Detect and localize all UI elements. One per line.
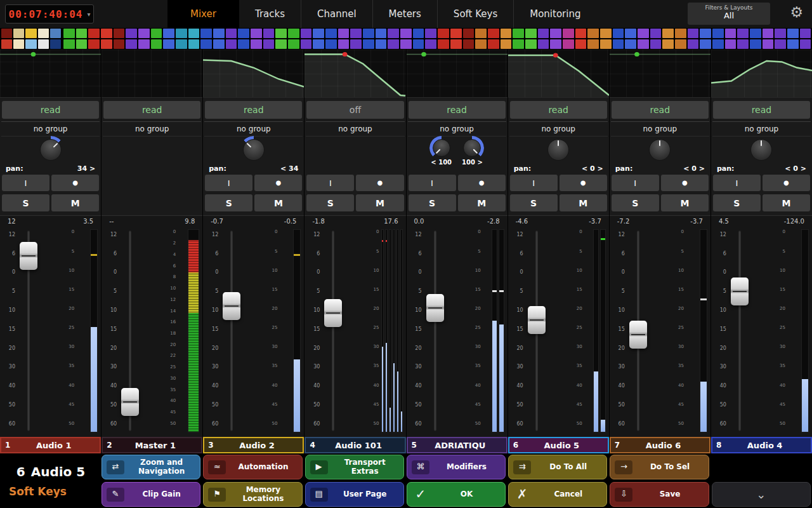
input-monitor-button[interactable]: I (510, 175, 558, 191)
track-color-column[interactable] (700, 29, 711, 49)
track-color-column[interactable] (688, 29, 699, 49)
fader-cap[interactable] (426, 294, 444, 322)
track-color-column[interactable] (251, 29, 262, 49)
track-color-column[interactable] (313, 29, 324, 49)
fader-cap[interactable] (223, 292, 240, 320)
input-monitor-button[interactable]: I (612, 175, 659, 191)
fader-track[interactable] (434, 231, 436, 431)
track-color-column[interactable] (338, 29, 350, 49)
record-arm-button[interactable]: ● (560, 175, 607, 191)
solo-button[interactable]: S (510, 194, 558, 211)
tab-tracks[interactable]: Tracks (239, 0, 301, 28)
collapse-softkeys-button[interactable]: ⌄ (712, 482, 811, 507)
track-color-column[interactable] (238, 29, 249, 49)
track-color-column[interactable] (638, 29, 649, 49)
group-assignment[interactable]: no group (611, 121, 709, 137)
track-color-column[interactable] (800, 29, 811, 49)
track-color-column[interactable] (525, 29, 537, 49)
input-monitor-button[interactable]: I (205, 175, 252, 191)
automation-mode-button[interactable]: read (612, 101, 709, 119)
mute-button[interactable]: M (254, 194, 302, 211)
track-color-column[interactable] (363, 29, 374, 49)
track-color-column[interactable] (613, 29, 624, 49)
fader-cap[interactable] (20, 242, 37, 270)
track-color-column[interactable] (301, 29, 312, 49)
group-assignment[interactable]: no group (509, 121, 608, 137)
pan-knob-left[interactable] (433, 139, 450, 157)
automation-mode-button[interactable]: read (409, 101, 506, 119)
track-color-column[interactable] (425, 29, 436, 49)
channel-name-tab[interactable]: 6Audio 5 (508, 437, 609, 453)
input-monitor-button[interactable]: I (409, 175, 456, 191)
settings-gear-icon[interactable]: ⚙ (790, 5, 803, 20)
track-color-column[interactable] (550, 29, 561, 49)
record-arm-button[interactable]: ● (51, 175, 99, 191)
track-color-column[interactable] (350, 29, 362, 49)
record-arm-button[interactable]: ● (458, 175, 506, 191)
palette-swatch[interactable] (50, 29, 61, 38)
filters-layouts-selector[interactable]: Filters & Layouts All (688, 3, 770, 25)
group-assignment[interactable]: no group (712, 121, 811, 137)
timecode-display[interactable]: 00:07:40:04 ▾ (5, 4, 94, 23)
palette-swatch[interactable] (13, 29, 24, 38)
mute-button[interactable]: M (356, 194, 403, 211)
mute-button[interactable]: M (560, 194, 607, 211)
channel-name-tab[interactable]: 4Audio 101 (304, 437, 405, 453)
track-color-column[interactable] (163, 29, 174, 49)
solo-button[interactable]: S (612, 194, 659, 211)
track-color-column[interactable] (775, 29, 786, 49)
track-color-column[interactable] (176, 29, 187, 49)
track-color-column[interactable] (101, 29, 112, 49)
track-color-column[interactable] (76, 29, 88, 49)
solo-button[interactable]: S (713, 194, 761, 211)
softkey-save[interactable]: ⇩Save (610, 482, 709, 507)
group-assignment[interactable]: no group (103, 121, 201, 137)
group-assignment[interactable]: no group (408, 121, 506, 137)
automation-graph[interactable] (0, 50, 101, 98)
automation-graph[interactable] (610, 50, 710, 98)
palette-swatch[interactable] (25, 29, 36, 38)
track-color-column[interactable] (513, 29, 524, 49)
track-color-column[interactable] (587, 29, 599, 49)
softkey-clip-gain[interactable]: ✎Clip Gain (102, 482, 200, 507)
mute-button[interactable]: M (661, 194, 709, 211)
channel-name-tab[interactable]: 7Audio 6 (610, 437, 710, 453)
fader-cap[interactable] (629, 321, 647, 349)
track-color-column[interactable] (63, 29, 75, 49)
tab-meters[interactable]: Meters (372, 0, 437, 28)
track-color-column[interactable] (662, 29, 674, 49)
pan-knob[interactable] (649, 139, 671, 161)
track-color-column[interactable] (263, 29, 275, 49)
softkey-ok[interactable]: ✓OK (407, 482, 506, 507)
track-color-column[interactable] (376, 29, 387, 49)
fader-track[interactable] (332, 231, 334, 431)
track-color-column[interactable] (650, 29, 662, 49)
automation-graph[interactable] (102, 50, 202, 98)
track-color-column[interactable] (575, 29, 587, 49)
fader-track[interactable] (230, 231, 233, 431)
fader-track[interactable] (738, 231, 741, 431)
record-arm-button[interactable]: ● (763, 175, 810, 191)
track-color-column[interactable] (763, 29, 774, 49)
automation-mode-button[interactable]: read (205, 101, 302, 119)
input-monitor-button[interactable]: I (306, 175, 354, 191)
automation-mode-button[interactable]: read (2, 101, 99, 119)
group-assignment[interactable]: no group (306, 121, 404, 137)
track-color-column[interactable] (625, 29, 636, 49)
track-color-column[interactable] (400, 29, 412, 49)
automation-graph[interactable] (508, 50, 609, 98)
channel-name-tab[interactable]: 2Master 1 (102, 437, 202, 453)
track-color-column[interactable] (114, 29, 125, 49)
solo-button[interactable]: S (409, 194, 456, 211)
track-color-column[interactable] (438, 29, 449, 49)
automation-mode-button[interactable]: read (510, 101, 607, 119)
solo-button[interactable]: S (205, 194, 252, 211)
track-color-column[interactable] (88, 29, 100, 49)
softkey-do-to-all[interactable]: ⇉Do To All (508, 455, 607, 479)
tab-monitoring[interactable]: Monitoring (513, 0, 596, 28)
track-color-column[interactable] (151, 29, 162, 49)
mute-button[interactable]: M (458, 194, 506, 211)
track-color-column[interactable] (413, 29, 424, 49)
automation-graph[interactable] (407, 50, 508, 98)
softkey-cancel[interactable]: ✗Cancel (508, 482, 607, 507)
